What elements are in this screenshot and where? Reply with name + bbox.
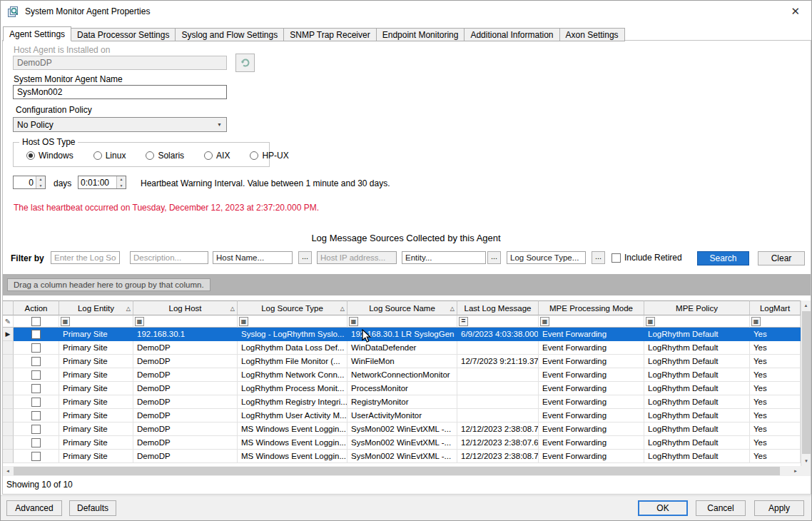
host-name-filter-input[interactable] [213,251,293,264]
column-header-action[interactable]: Action [14,300,59,315]
tab-data-processor-settings[interactable]: Data Processor Settings [71,28,176,41]
search-button[interactable]: Search [697,251,749,265]
table-row[interactable]: Primary SiteDemoDPLogRhythm Registry Int… [3,395,811,409]
host-installed-field [13,56,227,70]
column-header-mpe-processing-mode[interactable]: MPE Processing Mode [539,300,644,315]
entity-filter-input[interactable] [402,251,486,264]
scroll-up-icon[interactable]: ▲ [801,300,811,310]
tab-agent-settings[interactable]: Agent Settings [3,26,71,41]
column-header-log-host[interactable]: Log Host△ [133,300,238,315]
equals-filter-icon[interactable]: = [459,317,468,326]
os-radio-label: AIX [216,151,230,161]
table-row[interactable]: Primary SiteDemoDPLogRhythm Process Moni… [3,382,811,395]
table-row[interactable]: Primary SiteDemoDPLogRhythm Data Loss De… [3,341,811,355]
heartbeat-days-spinner[interactable]: 0 ▲ ▼ [13,176,46,189]
ok-button[interactable]: OK [638,500,688,516]
cell-last-log-message [457,341,539,355]
spin-up-icon[interactable]: ▲ [36,176,45,183]
cell-last-log-message: 12/12/2023 2:38:07.6... [457,436,539,450]
cell-log-host: DemoDP [133,395,238,409]
heartbeat-time-spinner[interactable]: 0:01:00 ▲ ▼ [78,176,126,189]
filter-cell-last-log-message: = [457,315,539,328]
row-checkbox[interactable] [31,425,41,434]
scroll-left-icon[interactable]: ◄ [3,466,13,476]
row-checkbox[interactable] [31,398,41,407]
entity-browse-button[interactable]: ... [487,251,501,264]
advanced-button[interactable]: Advanced [6,500,62,516]
radio-icon [26,151,35,160]
cell-logmart: Yes [750,341,801,355]
horizontal-scrollbar[interactable]: ◄ ► [3,466,801,476]
row-checkbox[interactable] [31,330,41,339]
include-retired-checkbox[interactable] [611,253,621,263]
cell-log-entity: Primary Site [59,355,133,368]
defaults-button[interactable]: Defaults [69,500,116,516]
row-checkbox[interactable] [31,357,41,366]
column-filter-icon[interactable]: ▦ [135,317,144,326]
clear-button[interactable]: Clear [758,251,805,265]
column-header-log-entity[interactable]: Log Entity△ [59,300,133,315]
column-filter-icon[interactable]: ▦ [61,317,70,326]
tab-endpoint-monitoring[interactable]: Endpoint Monitoring [376,28,465,41]
row-checkbox[interactable] [31,343,41,353]
row-indicator-cell [3,355,14,368]
configuration-policy-select[interactable]: No Policy ▼ [13,117,227,132]
agent-name-field[interactable] [13,85,227,99]
app-icon [7,6,19,18]
host-lookup-button[interactable] [235,54,255,72]
row-checkbox[interactable] [31,384,41,393]
os-radio-windows[interactable]: Windows [26,151,73,161]
cancel-button[interactable]: Cancel [696,500,746,516]
tab-axon-settings[interactable]: Axon Settings [559,28,625,41]
tab-snmp-trap-receiver[interactable]: SNMP Trap Receiver [283,28,376,41]
spin-down-icon[interactable]: ▼ [36,183,45,189]
cell-mpe-policy: LogRhythm Default [644,395,750,409]
row-checkbox[interactable] [31,438,41,447]
column-header-last-log-message[interactable]: Last Log Message [457,300,539,315]
row-checkbox[interactable] [31,370,41,380]
tab-syslog-and-flow-settings[interactable]: Syslog and Flow Settings [175,28,284,41]
spin-down-icon[interactable]: ▼ [117,183,126,189]
description-filter-input[interactable] [130,251,208,264]
vertical-scroll-thumb[interactable] [802,311,811,454]
grid-body: ActionLog Entity△Log Host△Log Source Typ… [3,300,811,463]
select-all-checkbox[interactable] [31,317,41,326]
cell-log-source-name: RegistryMonitor [347,395,457,409]
scroll-right-icon[interactable]: ► [791,466,801,476]
apply-button[interactable]: Apply [754,500,804,516]
spin-up-icon[interactable]: ▲ [117,176,126,183]
log-source-type-browse-button[interactable]: ... [592,251,605,264]
table-row[interactable]: Primary SiteDemoDPLogRhythm File Monitor… [3,355,811,368]
table-row[interactable]: ▶Primary Site192.168.30.1Syslog - LogRhy… [3,328,811,341]
column-filter-icon[interactable]: ▦ [349,317,358,326]
tab-additional-information[interactable]: Additional Information [464,28,559,41]
column-header-log-source-type[interactable]: Log Source Type△ [238,300,347,315]
column-filter-icon[interactable]: ▦ [751,317,761,326]
os-radio-linux[interactable]: Linux [93,151,126,161]
table-row[interactable]: Primary SiteDemoDPLogRhythm Network Conn… [3,368,811,382]
os-radio-solaris[interactable]: Solaris [146,151,184,161]
horizontal-scroll-thumb[interactable] [14,467,780,475]
table-row[interactable]: Primary SiteDemoDPLogRhythm User Activit… [3,409,811,423]
group-by-bar[interactable]: Drag a column header here to group by th… [3,274,811,295]
close-icon[interactable]: ✕ [791,5,800,18]
os-radio-hp-ux[interactable]: HP-UX [250,151,288,161]
scroll-down-icon[interactable]: ▼ [801,456,811,466]
log-source-filter-input[interactable] [51,251,120,264]
row-checkbox[interactable] [31,452,41,461]
column-header-mpe-policy[interactable]: MPE Policy [644,300,750,315]
row-checkbox[interactable] [31,411,41,420]
column-header-logmart[interactable]: LogMart [750,300,801,315]
include-retired-option[interactable]: Include Retired [611,253,682,263]
vertical-scrollbar[interactable]: ▲ ▼ [801,300,811,466]
column-filter-icon[interactable]: ▦ [540,317,549,326]
table-row[interactable]: Primary SiteDemoDPMS Windows Event Loggi… [3,436,811,450]
host-name-browse-button[interactable]: ... [298,251,312,264]
os-radio-aix[interactable]: AIX [204,151,230,161]
log-source-type-filter-input[interactable] [507,251,586,264]
column-header-log-source-name[interactable]: Log Source Name△ [347,300,457,315]
column-filter-icon[interactable]: ▦ [239,317,248,326]
column-filter-icon[interactable]: ▦ [646,317,655,326]
table-row[interactable]: Primary SiteDemoDPMS Windows Event Loggi… [3,423,811,436]
table-row[interactable]: Primary SiteDemoDPMS Windows Event Loggi… [3,450,811,463]
